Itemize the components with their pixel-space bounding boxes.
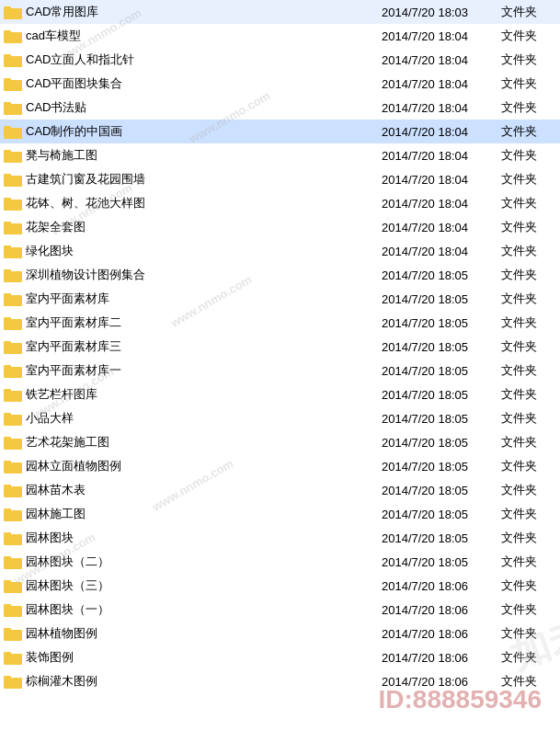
file-name: 园林图块 — [26, 530, 372, 546]
file-type: 文件夹 — [501, 530, 556, 546]
folder-icon — [4, 124, 22, 139]
file-name: 园林图块（一） — [26, 601, 372, 618]
svg-rect-15 — [4, 174, 11, 177]
table-row[interactable]: 装饰图例2014/7/20 18:06文件夹 — [0, 645, 560, 669]
folder-icon — [4, 531, 22, 545]
table-row[interactable]: 艺术花架施工图2014/7/20 18:05文件夹 — [0, 430, 560, 454]
table-row[interactable]: 园林图块（三）2014/7/20 18:06文件夹 — [0, 574, 560, 598]
file-type: 文件夹 — [501, 267, 556, 283]
svg-rect-57 — [4, 676, 11, 679]
table-row[interactable]: CAD制作的中国画2014/7/20 18:04文件夹 — [0, 120, 560, 143]
file-type: 文件夹 — [501, 123, 556, 140]
file-date: 2014/7/20 18:06 — [372, 603, 501, 617]
file-date: 2014/7/20 18:06 — [372, 651, 501, 665]
folder-icon — [4, 578, 22, 593]
table-row[interactable]: 凳与椅施工图2014/7/20 18:04文件夹 — [0, 143, 560, 167]
file-name: 室内平面素材库 — [26, 291, 372, 307]
file-type: 文件夹 — [501, 410, 556, 427]
table-row[interactable]: 园林施工图2014/7/20 18:05文件夹 — [0, 502, 560, 526]
table-row[interactable]: 园林图块（一）2014/7/20 18:06文件夹 — [0, 598, 560, 622]
svg-rect-9 — [4, 102, 11, 106]
file-type: 文件夹 — [501, 625, 556, 642]
svg-rect-47 — [4, 556, 11, 560]
file-name: 园林图块（三） — [26, 577, 372, 594]
table-row[interactable]: 室内平面素材库一2014/7/20 18:05文件夹 — [0, 359, 560, 382]
svg-rect-27 — [4, 317, 11, 321]
table-row[interactable]: CAD常用图库2014/7/20 18:03文件夹 — [0, 0, 560, 24]
file-name: 园林植物图例 — [26, 625, 372, 642]
file-date: 2014/7/20 18:04 — [372, 245, 501, 258]
file-date: 2014/7/20 18:06 — [372, 579, 501, 593]
file-name: 小品大样 — [26, 410, 372, 427]
table-row[interactable]: 深圳植物设计图例集合2014/7/20 18:05文件夹 — [0, 263, 560, 287]
file-name: 园林施工图 — [26, 506, 372, 522]
svg-rect-25 — [4, 293, 11, 297]
file-date: 2014/7/20 18:05 — [372, 364, 501, 378]
file-date: 2014/7/20 18:04 — [372, 53, 501, 67]
svg-rect-43 — [4, 508, 11, 512]
table-row[interactable]: cad车模型2014/7/20 18:04文件夹 — [0, 24, 560, 48]
folder-icon — [4, 315, 22, 330]
table-row[interactable]: 花架全套图2014/7/20 18:04文件夹 — [0, 215, 560, 239]
file-date: 2014/7/20 18:05 — [372, 292, 501, 306]
table-row[interactable]: 古建筑门窗及花园围墙2014/7/20 18:04文件夹 — [0, 167, 560, 191]
file-type: 文件夹 — [501, 386, 556, 403]
file-date: 2014/7/20 18:05 — [372, 484, 501, 497]
file-name: 室内平面素材库一 — [26, 362, 372, 379]
svg-rect-17 — [4, 198, 11, 201]
file-type: 文件夹 — [501, 291, 556, 307]
file-type: 文件夹 — [501, 434, 556, 451]
folder-icon — [4, 483, 22, 497]
table-row[interactable]: 铁艺栏杆图库2014/7/20 18:05文件夹 — [0, 382, 560, 406]
table-row[interactable]: 室内平面素材库2014/7/20 18:05文件夹 — [0, 287, 560, 311]
file-type: 文件夹 — [501, 458, 556, 474]
svg-rect-29 — [4, 341, 11, 345]
file-name: 绿化图块 — [26, 243, 372, 259]
file-date: 2014/7/20 18:04 — [372, 125, 501, 139]
table-row[interactable]: 园林苗木表2014/7/20 18:05文件夹 — [0, 478, 560, 502]
table-row[interactable]: 园林图块2014/7/20 18:05文件夹 — [0, 526, 560, 550]
file-name: CAD制作的中国画 — [26, 123, 372, 140]
table-row[interactable]: 花钵、树、花池大样图2014/7/20 18:04文件夹 — [0, 191, 560, 215]
svg-rect-35 — [4, 413, 11, 417]
file-type: 文件夹 — [501, 314, 556, 331]
file-name: 古建筑门窗及花园围墙 — [26, 171, 372, 188]
folder-icon — [4, 339, 22, 354]
file-date: 2014/7/20 18:06 — [372, 627, 501, 641]
table-row[interactable]: 园林植物图例2014/7/20 18:06文件夹 — [0, 622, 560, 645]
folder-icon — [4, 52, 22, 67]
file-name: 花架全套图 — [26, 219, 372, 235]
file-name: CAD常用图库 — [26, 4, 372, 20]
svg-rect-11 — [4, 126, 11, 130]
file-name: 装饰图例 — [26, 649, 372, 666]
file-name: CAD平面图块集合 — [26, 75, 372, 92]
file-type: 文件夹 — [501, 338, 556, 355]
table-row[interactable]: CAD书法贴2014/7/20 18:04文件夹 — [0, 96, 560, 120]
file-name: 花钵、树、花池大样图 — [26, 195, 372, 211]
svg-rect-49 — [4, 580, 11, 584]
table-row[interactable]: CAD平面图块集合2014/7/20 18:04文件夹 — [0, 72, 560, 96]
svg-rect-13 — [4, 150, 11, 154]
table-row[interactable]: 室内平面素材库二2014/7/20 18:05文件夹 — [0, 311, 560, 335]
svg-rect-41 — [4, 485, 11, 488]
table-row[interactable]: 棕榈灌木图例2014/7/20 18:06文件夹 — [0, 669, 560, 693]
folder-icon — [4, 626, 22, 641]
file-date: 2014/7/20 18:05 — [372, 508, 501, 521]
folder-icon — [4, 507, 22, 521]
file-date: 2014/7/20 18:04 — [372, 173, 501, 187]
table-row[interactable]: 小品大样2014/7/20 18:05文件夹 — [0, 406, 560, 430]
file-name: 铁艺栏杆图库 — [26, 386, 372, 403]
table-row[interactable]: 绿化图块2014/7/20 18:04文件夹 — [0, 239, 560, 263]
file-name: 凳与椅施工图 — [26, 147, 372, 164]
folder-icon — [4, 650, 22, 665]
file-name: 艺术花架施工图 — [26, 434, 372, 451]
file-type: 文件夹 — [501, 99, 556, 116]
file-date: 2014/7/20 18:05 — [372, 412, 501, 426]
table-row[interactable]: CAD立面人和指北针2014/7/20 18:04文件夹 — [0, 48, 560, 72]
file-type: 文件夹 — [501, 147, 556, 164]
table-row[interactable]: 园林图块（二）2014/7/20 18:05文件夹 — [0, 550, 560, 574]
table-row[interactable]: 室内平面素材库三2014/7/20 18:05文件夹 — [0, 335, 560, 359]
table-row[interactable]: 园林立面植物图例2014/7/20 18:05文件夹 — [0, 454, 560, 478]
svg-rect-51 — [4, 604, 11, 608]
folder-icon — [4, 554, 22, 569]
